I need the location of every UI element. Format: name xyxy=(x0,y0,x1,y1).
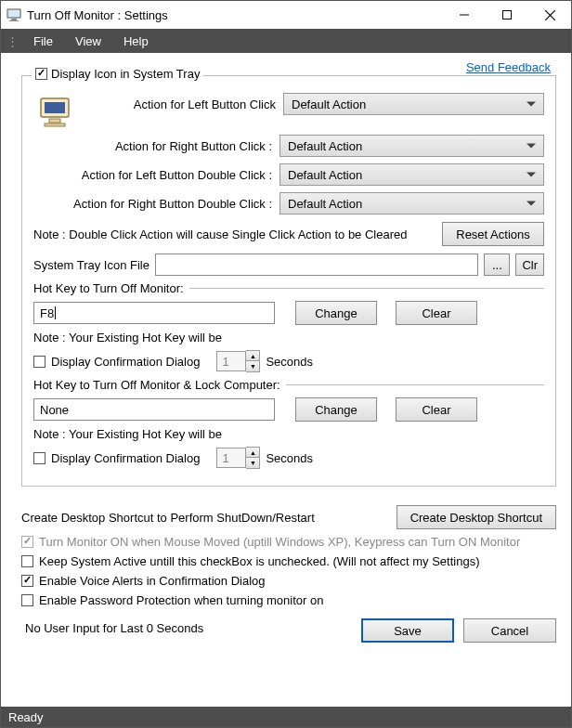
mouse-on-label: Turn Monitor ON when Mouse Moved (uptill… xyxy=(39,535,520,549)
menu-view[interactable]: View xyxy=(66,32,110,50)
left-dbl-label: Action for Left Button Double Click : xyxy=(33,168,280,182)
right-dbl-combo[interactable]: Default Action xyxy=(280,192,544,214)
hotkey2-clear-button[interactable]: Clear xyxy=(396,397,477,422)
client-area: Send Feedback Display Icon in System Tra… xyxy=(1,53,571,707)
tray-file-clear-button[interactable]: Clr xyxy=(515,254,544,276)
tray-file-label: System Tray Icon File xyxy=(33,258,150,272)
no-input-label: No User Input for Last 0 Seconds xyxy=(21,621,361,635)
save-button[interactable]: Save xyxy=(361,618,454,643)
menu-help[interactable]: Help xyxy=(114,32,158,50)
monitor-icon xyxy=(33,93,78,135)
app-icon xyxy=(6,7,21,22)
hotkey2-seconds-spinner[interactable]: 1 ▲▼ xyxy=(216,447,260,469)
hotkey1-change-button[interactable]: Change xyxy=(295,301,377,325)
svg-rect-10 xyxy=(45,124,65,126)
window-title: Turn Off Monitor : Settings xyxy=(27,8,443,22)
hotkey2-input[interactable]: None xyxy=(33,398,275,421)
maximize-button[interactable] xyxy=(486,1,528,29)
title-bar: Turn Off Monitor : Settings xyxy=(1,1,571,29)
right-click-combo[interactable]: Default Action xyxy=(280,135,544,157)
hotkey1-seconds-label: Seconds xyxy=(266,355,313,369)
tray-icon-checkbox[interactable] xyxy=(35,68,47,80)
cancel-button[interactable]: Cancel xyxy=(463,618,556,643)
minimize-button[interactable] xyxy=(443,1,486,29)
hotkey1-clear-button[interactable]: Clear xyxy=(396,301,477,325)
mouse-on-checkbox xyxy=(21,536,33,548)
hotkey2-seconds-label: Seconds xyxy=(266,451,313,465)
right-dbl-label: Action for Right Button Double Click : xyxy=(33,197,280,211)
svg-rect-2 xyxy=(9,20,19,21)
menu-handle-icon: ⋮ xyxy=(6,34,19,48)
hotkey2-note: Note : Your Existing Hot Key will be xyxy=(33,427,544,441)
tray-icon-checkbox-label: Display Icon in System Tray xyxy=(51,67,200,81)
hotkey1-confirm-label: Display Confirmation Dialog xyxy=(51,355,200,369)
hotkey2-confirm-checkbox[interactable] xyxy=(33,452,46,464)
menu-file[interactable]: File xyxy=(24,32,62,50)
keep-active-checkbox[interactable] xyxy=(21,555,33,567)
tray-file-input[interactable] xyxy=(155,254,478,276)
hotkey1-confirm-checkbox[interactable] xyxy=(33,356,46,368)
svg-rect-1 xyxy=(11,19,17,20)
tray-group: Display Icon in System Tray Action for L… xyxy=(21,75,556,487)
hotkey2-change-button[interactable]: Change xyxy=(295,397,377,422)
hotkey1-label: Hot Key to Turn Off Monitor: xyxy=(33,281,184,295)
password-checkbox[interactable] xyxy=(21,594,33,606)
create-shortcut-button[interactable]: Create Desktop Shortcut xyxy=(396,505,556,529)
hotkey1-input[interactable]: F8 xyxy=(33,302,275,324)
send-feedback-link[interactable]: Send Feedback xyxy=(466,60,551,74)
shortcut-label: Create Desktop Shortcut to Perform ShutD… xyxy=(21,511,391,525)
password-label: Enable Password Protection when turning … xyxy=(39,593,323,607)
svg-rect-4 xyxy=(503,11,512,20)
svg-rect-9 xyxy=(49,119,60,123)
voice-alerts-label: Enable Voice Alerts in Confirmation Dial… xyxy=(39,574,266,588)
double-click-note: Note : Double Click Action will cause Si… xyxy=(33,228,433,241)
hotkey1-note: Note : Your Existing Hot Key will be xyxy=(33,331,544,344)
status-text: Ready xyxy=(8,710,44,724)
left-click-combo[interactable]: Default Action xyxy=(283,93,544,115)
right-click-label: Action for Right Button Click : xyxy=(33,139,280,153)
left-dbl-combo[interactable]: Default Action xyxy=(280,163,544,186)
voice-alerts-checkbox[interactable] xyxy=(21,575,33,587)
svg-rect-8 xyxy=(45,102,65,113)
svg-rect-0 xyxy=(7,9,20,18)
hotkey2-confirm-label: Display Confirmation Dialog xyxy=(51,451,200,465)
reset-actions-button[interactable]: Reset Actions xyxy=(442,222,544,246)
keep-active-label: Keep System Active untill this checkBox … xyxy=(39,554,479,568)
hotkey1-seconds-spinner[interactable]: 1 ▲▼ xyxy=(216,350,260,372)
menu-bar: ⋮ File View Help xyxy=(1,29,571,53)
status-bar: Ready xyxy=(1,707,571,727)
close-button[interactable] xyxy=(528,1,571,29)
hotkey2-label: Hot Key to Turn Off Monitor & Lock Compu… xyxy=(33,378,280,392)
left-click-label: Action for Left Button Click xyxy=(82,98,283,111)
tray-file-browse-button[interactable]: ... xyxy=(484,254,510,276)
